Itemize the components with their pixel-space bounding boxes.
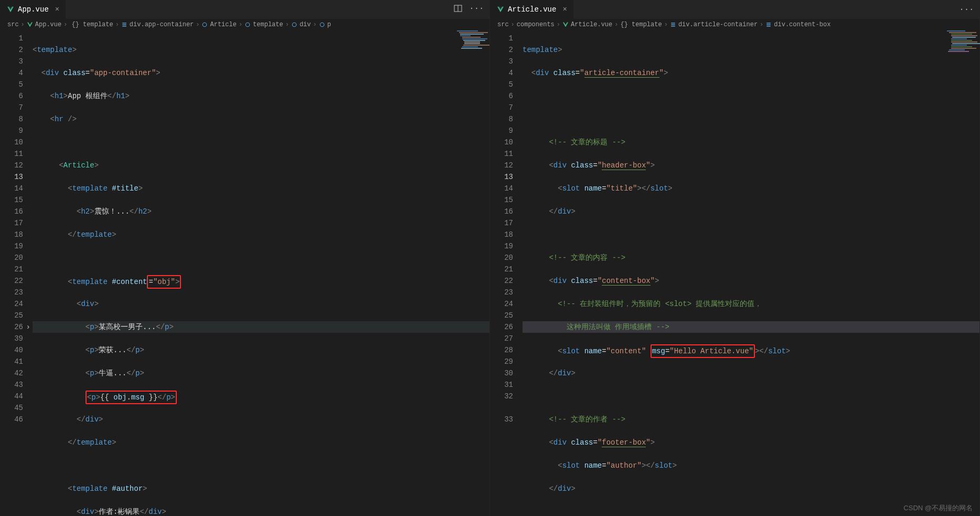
- element-icon: [121, 22, 127, 28]
- element-icon: [670, 22, 676, 28]
- vue-icon: [496, 5, 505, 14]
- more-icon[interactable]: ···: [470, 4, 484, 15]
- tab-article-vue[interactable]: Article.vue ×: [490, 0, 574, 19]
- tab-bar: App.vue × ···: [0, 0, 489, 19]
- tab-label: Article.vue: [508, 5, 556, 14]
- svg-point-5: [320, 23, 324, 27]
- svg-point-4: [292, 23, 296, 27]
- svg-point-2: [203, 23, 207, 27]
- element-icon: [765, 22, 772, 28]
- tab-app-vue[interactable]: App.vue ×: [0, 0, 66, 19]
- more-icon[interactable]: ···: [960, 5, 974, 14]
- breadcrumb[interactable]: src› components› Article.vue› {} templat…: [490, 19, 979, 30]
- breadcrumb[interactable]: src› App.vue› {} template› div.app-conta…: [0, 19, 489, 30]
- line-gutter: 1 2 3 4 5 6 7 8 9 10 11 12 13 14 15 16 1…: [490, 30, 523, 516]
- element-icon: [319, 22, 325, 28]
- tab-actions: ···: [454, 4, 489, 15]
- highlight-obj-msg: <p>{{ obj.msg }}</p>: [86, 391, 177, 404]
- vue-icon: [6, 5, 15, 14]
- code-content[interactable]: template> <div class="article-container"…: [523, 30, 979, 516]
- highlight-obj-binding: ="obj">: [147, 275, 181, 289]
- vue-icon: [562, 22, 569, 28]
- code-content[interactable]: <template> <div class="app-container"> <…: [33, 30, 489, 516]
- vue-icon: [27, 22, 33, 28]
- editor-area[interactable]: 1 2 3 4 5 6 7 8 9 10 11 12 13 14 15 16 1…: [490, 30, 979, 516]
- element-icon: [244, 22, 251, 28]
- element-icon: [201, 22, 208, 28]
- element-icon: [291, 22, 297, 28]
- editor-pane-right: Article.vue × ··· src› components› Artic…: [490, 0, 980, 516]
- highlight-msg-attr: msg="Hello Article.vue": [651, 344, 755, 358]
- svg-point-3: [246, 23, 250, 27]
- split-editor-icon[interactable]: [454, 4, 462, 15]
- editor-pane-left: App.vue × ··· src› App.vue› {} template›…: [0, 0, 490, 516]
- editor-area[interactable]: 1 2 3 4 5 6 7 8 9 10 11 12 13 14 15 16 1…: [0, 30, 489, 516]
- tab-actions: ···: [960, 5, 979, 14]
- tab-bar: Article.vue × ···: [490, 0, 979, 19]
- close-icon[interactable]: ×: [562, 5, 567, 14]
- line-gutter: 1 2 3 4 5 6 7 8 9 10 11 12 13 14 15 16 1…: [0, 30, 33, 516]
- watermark: CSDN @不易撞的网名: [903, 503, 973, 513]
- close-icon[interactable]: ×: [55, 5, 59, 14]
- tab-label: App.vue: [18, 5, 49, 14]
